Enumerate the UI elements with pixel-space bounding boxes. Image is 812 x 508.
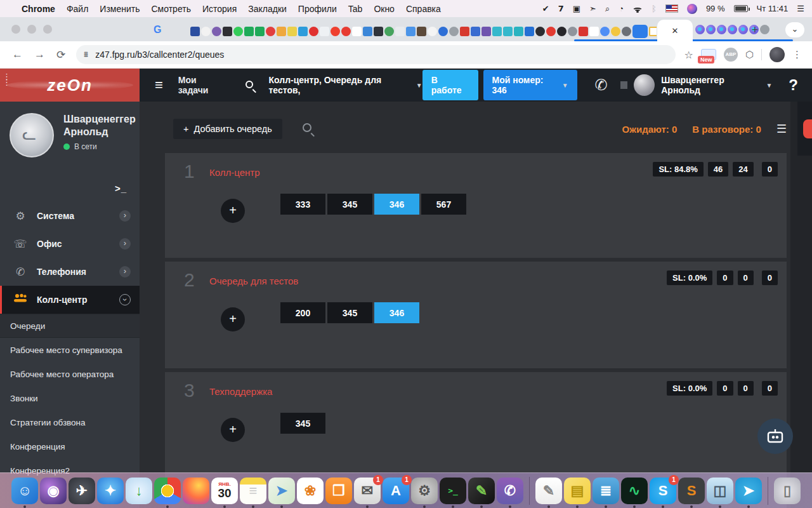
close-tab-icon[interactable]: ✕ bbox=[672, 26, 679, 36]
pinned-tab-favicon[interactable] bbox=[546, 27, 556, 36]
sidebar-subitem[interactable]: Конференция bbox=[0, 434, 140, 458]
number-tag[interactable]: 333 bbox=[280, 194, 325, 215]
pinned-tab-favicon[interactable] bbox=[449, 27, 459, 36]
spotlight-icon[interactable]: ⌕ bbox=[605, 4, 610, 14]
pinned-tab-favicon[interactable] bbox=[706, 25, 716, 34]
pinned-tab-favicon[interactable] bbox=[611, 27, 620, 36]
site-settings-icon[interactable]: ⩩ bbox=[84, 50, 89, 60]
pinned-tab-favicon[interactable] bbox=[503, 27, 513, 36]
dock-icon-mail[interactable]: ✉1 bbox=[354, 478, 381, 504]
pinned-tab-favicon[interactable] bbox=[589, 27, 599, 36]
queue-name[interactable]: Очередь для тестов bbox=[209, 276, 298, 286]
pinned-tab-favicon[interactable] bbox=[320, 27, 329, 36]
menubar-item[interactable]: Смотреть bbox=[151, 4, 190, 14]
zeon-logo[interactable]: ⋮⋮ zeOn bbox=[0, 69, 140, 102]
address-bar[interactable]: ⩩ z47.fpg.ru/b3/callcenter2/queues bbox=[76, 45, 675, 64]
dock-icon-viber[interactable]: ✆ bbox=[497, 478, 523, 504]
dock-icon-activity-monitor[interactable]: ∿ bbox=[621, 478, 648, 504]
pinned-tab-favicon[interactable] bbox=[471, 27, 480, 36]
dock-icon-terminal[interactable]: >_ bbox=[440, 478, 466, 504]
menubar-item[interactable]: Профили bbox=[298, 4, 337, 14]
pinned-tab-favicon[interactable] bbox=[649, 27, 657, 36]
pinned-tab-favicon[interactable] bbox=[266, 27, 275, 36]
context-dropdown[interactable]: Колл-центр, Очередь для тестов,▼ bbox=[268, 75, 422, 95]
pinned-tab-favicon[interactable] bbox=[363, 27, 372, 36]
shortcuts-icon[interactable]: 𝟳 bbox=[558, 4, 564, 13]
back-button[interactable]: ← bbox=[12, 48, 23, 61]
pinned-tab-favicon[interactable] bbox=[190, 27, 200, 36]
header-search-icon[interactable] bbox=[246, 79, 253, 91]
dock-icon-sublime-text[interactable]: S bbox=[678, 478, 705, 504]
pinned-tab-favicon[interactable] bbox=[695, 25, 705, 34]
dock-icon-firefox[interactable] bbox=[183, 478, 209, 504]
dock-icon-documents[interactable]: ≣ bbox=[593, 478, 619, 504]
keyboard-layout-flag-icon[interactable] bbox=[665, 4, 678, 13]
dock-icon-finder[interactable]: ☺ bbox=[11, 478, 38, 504]
dock-icon-safari[interactable]: ✦ bbox=[97, 478, 124, 504]
extensions-icon[interactable]: ⬡ bbox=[745, 49, 754, 60]
number-tag[interactable]: 346 bbox=[374, 194, 419, 215]
pinned-tab-favicon[interactable] bbox=[728, 25, 737, 34]
my-number-button[interactable]: Мой номер: 346▼ bbox=[483, 70, 577, 100]
right-panel-handle[interactable] bbox=[797, 102, 812, 156]
queue-name[interactable]: Колл-центр bbox=[209, 167, 260, 178]
pinned-tab-favicon[interactable] bbox=[438, 27, 448, 36]
menubar-item[interactable]: Справка bbox=[406, 4, 441, 14]
help-button[interactable]: ? bbox=[789, 76, 798, 94]
add-queue-button[interactable]: + Добавить очередь bbox=[173, 119, 282, 139]
pinned-tab-favicon[interactable] bbox=[557, 27, 566, 36]
pinned-tab-favicon[interactable] bbox=[738, 25, 748, 34]
url-text[interactable]: z47.fpg.ru/b3/callcenter2/queues bbox=[95, 50, 224, 60]
cursor-badge-icon[interactable]: ➣ bbox=[589, 4, 596, 13]
dock-icon-preview[interactable]: ◫ bbox=[707, 478, 733, 504]
sidebar-item-3[interactable]: ✆Телефония› bbox=[0, 258, 140, 286]
pinned-tab-favicon[interactable] bbox=[309, 27, 318, 36]
menubar-item[interactable]: Закладки bbox=[248, 4, 287, 14]
pinned-tab-favicon[interactable] bbox=[233, 27, 243, 36]
bookmarks-icon[interactable]: ▣ bbox=[573, 4, 580, 13]
extension-new-icon[interactable]: New bbox=[701, 49, 716, 60]
pinned-tab-favicon[interactable] bbox=[428, 27, 437, 36]
sidebar-item-2[interactable]: ☏Офис› bbox=[0, 230, 140, 258]
dock-icon-chrome[interactable] bbox=[154, 478, 181, 504]
work-status-button[interactable]: В работе bbox=[422, 70, 478, 100]
menubar-clock[interactable]: Чт 11:41 bbox=[757, 4, 789, 13]
menubar-item[interactable]: Окно bbox=[374, 4, 395, 14]
dock-icon-maps[interactable]: ➤ bbox=[268, 478, 295, 504]
control-center-icon[interactable]: ☰ bbox=[797, 4, 804, 13]
siri-icon[interactable] bbox=[687, 4, 697, 14]
pinned-tab-favicon[interactable] bbox=[255, 27, 265, 36]
menu-burger-icon[interactable]: ≡ bbox=[155, 77, 163, 93]
list-view-icon[interactable]: ☰ bbox=[776, 122, 787, 136]
add-number-button[interactable]: + bbox=[221, 418, 245, 442]
dock-icon-launchpad[interactable]: ✈ bbox=[69, 478, 95, 504]
dock-icon-photos[interactable]: ❀ bbox=[297, 478, 324, 504]
pinned-tab-favicon[interactable] bbox=[492, 27, 502, 36]
pinned-tab-google[interactable]: G bbox=[154, 24, 161, 36]
pinned-tab-favicon[interactable] bbox=[384, 27, 394, 36]
sidebar-subitem[interactable]: Стратегии обзвона bbox=[0, 410, 140, 434]
wifi-icon[interactable] bbox=[632, 5, 643, 13]
queues-search-icon[interactable] bbox=[303, 123, 311, 135]
pinned-tab-favicon[interactable] bbox=[244, 27, 254, 36]
menubar-app-name[interactable]: Chrome bbox=[22, 4, 55, 14]
add-number-button[interactable]: + bbox=[221, 199, 245, 223]
pinned-tab-favicon[interactable] bbox=[287, 27, 297, 36]
user-menu[interactable]: Шварценеггер Арнольд▼ bbox=[661, 75, 772, 95]
phone-icon[interactable]: ✆ bbox=[595, 76, 608, 94]
adblock-icon[interactable]: ABP bbox=[724, 48, 738, 62]
dock-icon-skype[interactable]: S1 bbox=[650, 478, 676, 504]
sidebar-subitem[interactable]: Очереди bbox=[0, 314, 140, 338]
number-tag[interactable]: 346 bbox=[374, 302, 419, 323]
header-avatar[interactable] bbox=[634, 74, 655, 96]
bookmark-star-icon[interactable]: ☆ bbox=[684, 49, 693, 61]
terminal-icon[interactable]: >_ bbox=[115, 183, 127, 194]
pinned-tab-favicon[interactable] bbox=[514, 27, 523, 36]
pinned-tab-favicon[interactable] bbox=[212, 27, 221, 36]
pinned-tab-favicon[interactable] bbox=[331, 27, 340, 36]
pinned-tab-favicon[interactable] bbox=[341, 27, 351, 36]
number-tag[interactable]: 200 bbox=[280, 302, 325, 323]
new-tab-button[interactable]: + bbox=[747, 22, 763, 37]
dock-icon-books[interactable]: ❒ bbox=[325, 478, 352, 504]
dock-icon-telegram[interactable]: ➤ bbox=[735, 478, 762, 504]
